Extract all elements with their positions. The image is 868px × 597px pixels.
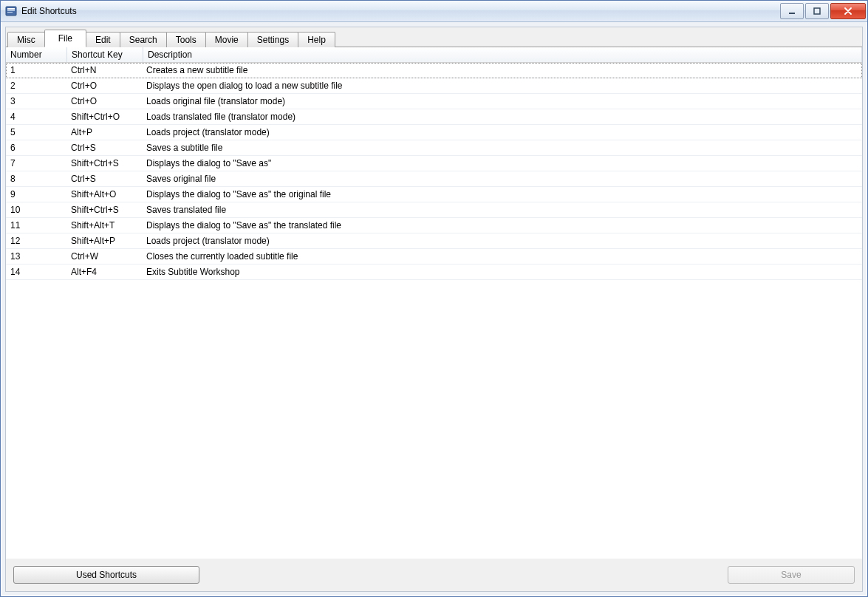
column-header-shortcut-key[interactable]: Shortcut Key [67,47,143,62]
tab-edit[interactable]: Edit [86,32,120,47]
cell-number: 4 [6,112,66,122]
table-row[interactable]: 6Ctrl+SSaves a subtitle file [6,140,862,156]
cell-description: Loads project (translator mode) [142,236,862,246]
window-controls [779,3,866,19]
tab-strip: MiscFileEditSearchToolsMovieSettingsHelp [6,27,862,47]
table-row[interactable]: 13Ctrl+WCloses the currently loaded subt… [6,249,862,265]
cell-number: 10 [6,205,66,215]
tab-file[interactable]: File [44,30,86,47]
client-area: MiscFileEditSearchToolsMovieSettingsHelp… [5,27,863,592]
cell-description: Loads translated file (translator mode) [142,112,862,122]
column-header-description[interactable]: Description [143,47,862,62]
svg-rect-5 [814,8,820,14]
cell-shortcut-key: Ctrl+S [66,143,142,153]
tab-tools[interactable]: Tools [166,32,206,47]
cell-description: Displays the dialog to "Save as" the tra… [142,220,862,231]
cell-description: Loads original file (translator mode) [142,96,862,106]
cell-number: 13 [6,251,66,262]
cell-number: 11 [6,220,66,231]
cell-shortcut-key: Ctrl+N [66,65,142,75]
table-row[interactable]: 14Alt+F4Exits Subtitle Workshop [6,265,862,280]
cell-number: 7 [6,158,66,168]
cell-shortcut-key: Shift+Ctrl+S [66,205,142,215]
cell-description: Displays the dialog to "Save as" the ori… [142,189,862,199]
window-title: Edit Shortcuts [21,6,779,16]
cell-shortcut-key: Shift+Alt+P [66,236,142,246]
save-button[interactable]: Save [728,566,855,584]
table-row[interactable]: 1Ctrl+NCreates a new subtitle file [6,63,862,78]
cell-number: 8 [6,174,66,184]
cell-description: Displays the dialog to "Save as" [142,158,862,168]
tab-settings[interactable]: Settings [247,32,298,47]
shortcuts-table: Number Shortcut Key Description 1Ctrl+NC… [6,47,862,559]
cell-description: Loads project (translator mode) [142,127,862,137]
table-row[interactable]: 9Shift+Alt+ODisplays the dialog to "Save… [6,187,862,202]
cell-number: 9 [6,189,66,199]
cell-description: Exits Subtitle Workshop [142,267,862,277]
cell-number: 6 [6,143,66,153]
cell-description: Saves a subtitle file [142,143,862,153]
cell-shortcut-key: Shift+Ctrl+S [66,158,142,168]
table-row[interactable]: 7Shift+Ctrl+SDisplays the dialog to "Sav… [6,156,862,171]
cell-description: Closes the currently loaded subtitle fil… [142,251,862,262]
cell-shortcut-key: Ctrl+W [66,251,142,262]
svg-rect-4 [789,13,795,14]
table-row[interactable]: 10Shift+Ctrl+SSaves translated file [6,202,862,218]
svg-rect-3 [7,12,13,13]
table-row[interactable]: 2Ctrl+ODisplays the open dialog to load … [6,78,862,94]
maximize-button[interactable] [805,3,829,19]
cell-shortcut-key: Alt+F4 [66,267,142,277]
cell-number: 1 [6,65,66,75]
tab-misc[interactable]: Misc [7,32,45,47]
minimize-button[interactable] [780,3,804,19]
cell-shortcut-key: Ctrl+S [66,174,142,184]
svg-rect-1 [7,8,15,10]
cell-number: 3 [6,96,66,106]
table-row[interactable]: 8Ctrl+SSaves original file [6,171,862,187]
cell-shortcut-key: Alt+P [66,127,142,137]
cell-shortcut-key: Shift+Alt+O [66,189,142,199]
table-row[interactable]: 5Alt+PLoads project (translator mode) [6,125,862,140]
cell-shortcut-key: Ctrl+O [66,96,142,106]
cell-description: Saves translated file [142,205,862,215]
used-shortcuts-button[interactable]: Used Shortcuts [13,566,199,584]
table-header: Number Shortcut Key Description [6,47,862,63]
cell-shortcut-key: Ctrl+O [66,81,142,91]
cell-number: 14 [6,267,66,277]
titlebar[interactable]: Edit Shortcuts [1,1,867,22]
cell-description: Displays the open dialog to load a new s… [142,81,862,91]
cell-description: Creates a new subtitle file [142,65,862,75]
table-row[interactable]: 11Shift+Alt+TDisplays the dialog to "Sav… [6,218,862,233]
cell-description: Saves original file [142,174,862,184]
cell-number: 2 [6,81,66,91]
table-body[interactable]: 1Ctrl+NCreates a new subtitle file2Ctrl+… [6,63,862,559]
bottom-bar: Used Shortcuts Save [6,559,862,591]
tab-help[interactable]: Help [298,32,335,47]
close-button[interactable] [830,3,866,19]
table-row[interactable]: 3Ctrl+OLoads original file (translator m… [6,94,862,109]
table-row[interactable]: 4Shift+Ctrl+OLoads translated file (tran… [6,109,862,125]
edit-shortcuts-window: Edit Shortcuts MiscFileEditSearchToolsMo… [0,0,868,597]
svg-rect-2 [7,10,15,11]
cell-number: 5 [6,127,66,137]
tab-movie[interactable]: Movie [205,32,248,47]
cell-shortcut-key: Shift+Ctrl+O [66,112,142,122]
cell-number: 12 [6,236,66,246]
tab-search[interactable]: Search [120,32,167,47]
app-icon [5,5,17,17]
table-row[interactable]: 12Shift+Alt+PLoads project (translator m… [6,233,862,249]
column-header-number[interactable]: Number [6,47,67,62]
cell-shortcut-key: Shift+Alt+T [66,220,142,231]
